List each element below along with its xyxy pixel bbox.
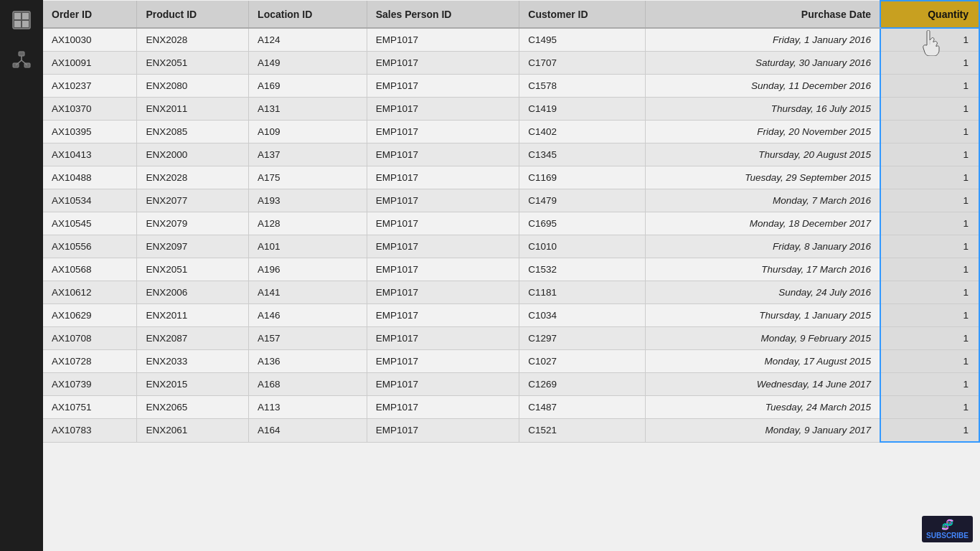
- location-id-cell: A101: [249, 235, 367, 258]
- product-id-cell: ENX2006: [137, 281, 249, 304]
- purchase-date-cell: Thursday, 1 January 2015: [646, 304, 880, 327]
- customer-id-cell: C1027: [519, 350, 646, 373]
- customer-id-cell: C1707: [519, 52, 646, 75]
- table-row[interactable]: AX10091ENX2051A149EMP1017C1707Saturday, …: [43, 52, 979, 75]
- sales-person-id-cell: EMP1017: [367, 419, 519, 443]
- svg-rect-2: [22, 13, 29, 19]
- product-id-cell: ENX2087: [137, 327, 249, 350]
- sales-person-id-cell: EMP1017: [367, 143, 519, 166]
- location-id-cell: A131: [249, 98, 367, 121]
- purchase-date-cell: Tuesday, 29 September 2015: [646, 166, 880, 189]
- product-id-cell: ENX2051: [137, 52, 249, 75]
- order-id-cell: AX10568: [43, 258, 137, 281]
- table-row[interactable]: AX10612ENX2006A141EMP1017C1181Sunday, 24…: [43, 281, 979, 304]
- sales-person-id-cell: EMP1017: [367, 212, 519, 235]
- quantity-cell: 1: [880, 396, 979, 419]
- subscribe-badge[interactable]: 🧬 SUBSCRIBE: [922, 516, 973, 542]
- sales-person-id-header[interactable]: Sales Person ID: [367, 1, 519, 28]
- order-id-cell: AX10728: [43, 350, 137, 373]
- table-row[interactable]: AX10568ENX2051A196EMP1017C1532Thursday, …: [43, 258, 979, 281]
- quantity-cell: 1: [880, 75, 979, 98]
- quantity-cell: 1: [880, 98, 979, 121]
- dna-icon: 🧬: [941, 519, 953, 530]
- table-row[interactable]: AX10708ENX2087A157EMP1017C1297Monday, 9 …: [43, 327, 979, 350]
- purchase-date-header[interactable]: Purchase Date: [646, 1, 880, 28]
- table-row[interactable]: AX10556ENX2097A101EMP1017C1010Friday, 8 …: [43, 235, 979, 258]
- location-id-cell: A196: [249, 258, 367, 281]
- purchase-date-cell: Thursday, 16 July 2015: [646, 98, 880, 121]
- orders-table: Order ID Product ID Location ID Sales Pe…: [43, 0, 980, 443]
- data-table-container[interactable]: Order ID Product ID Location ID Sales Pe…: [43, 0, 980, 551]
- quantity-cell: 1: [880, 189, 979, 212]
- table-row[interactable]: AX10739ENX2015A168EMP1017C1269Wednesday,…: [43, 373, 979, 396]
- order-id-header[interactable]: Order ID: [43, 1, 137, 28]
- table-row[interactable]: AX10413ENX2000A137EMP1017C1345Thursday, …: [43, 143, 979, 166]
- table-row[interactable]: AX10237ENX2080A169EMP1017C1578Sunday, 11…: [43, 75, 979, 98]
- calendar-icon[interactable]: [9, 7, 34, 33]
- quantity-header[interactable]: Quantity: [880, 1, 979, 28]
- location-id-header[interactable]: Location ID: [249, 1, 367, 28]
- quantity-cell: 1: [880, 281, 979, 304]
- purchase-date-cell: Friday, 1 January 2016: [646, 28, 880, 52]
- purchase-date-cell: Thursday, 17 March 2016: [646, 258, 880, 281]
- table-row[interactable]: AX10629ENX2011A146EMP1017C1034Thursday, …: [43, 304, 979, 327]
- location-id-cell: A109: [249, 121, 367, 143]
- location-id-cell: A169: [249, 75, 367, 98]
- sidebar: [0, 0, 43, 551]
- order-id-cell: AX10545: [43, 212, 137, 235]
- table-row[interactable]: AX10751ENX2065A113EMP1017C1487Tuesday, 2…: [43, 396, 979, 419]
- sales-person-id-cell: EMP1017: [367, 235, 519, 258]
- sales-person-id-cell: EMP1017: [367, 304, 519, 327]
- quantity-cell: 1: [880, 52, 979, 75]
- location-id-cell: A157: [249, 327, 367, 350]
- svg-rect-1: [14, 13, 21, 19]
- quantity-cell: 1: [880, 350, 979, 373]
- product-id-cell: ENX2011: [137, 304, 249, 327]
- product-id-cell: ENX2077: [137, 189, 249, 212]
- sales-person-id-cell: EMP1017: [367, 75, 519, 98]
- purchase-date-cell: Wednesday, 14 June 2017: [646, 373, 880, 396]
- product-id-header[interactable]: Product ID: [137, 1, 249, 28]
- quantity-cell: 1: [880, 327, 979, 350]
- sales-person-id-cell: EMP1017: [367, 281, 519, 304]
- customer-id-cell: C1695: [519, 212, 646, 235]
- sales-person-id-cell: EMP1017: [367, 350, 519, 373]
- product-id-cell: ENX2000: [137, 143, 249, 166]
- product-id-cell: ENX2085: [137, 121, 249, 143]
- table-row[interactable]: AX10030ENX2028A124EMP1017C1495Friday, 1 …: [43, 28, 979, 52]
- sales-person-id-cell: EMP1017: [367, 52, 519, 75]
- table-row[interactable]: AX10488ENX2028A175EMP1017C1169Tuesday, 2…: [43, 166, 979, 189]
- quantity-cell: 1: [880, 258, 979, 281]
- purchase-date-cell: Friday, 8 January 2016: [646, 235, 880, 258]
- table-row[interactable]: AX10370ENX2011A131EMP1017C1419Thursday, …: [43, 98, 979, 121]
- quantity-cell: 1: [880, 121, 979, 143]
- purchase-date-cell: Friday, 20 November 2015: [646, 121, 880, 143]
- quantity-cell: 1: [880, 28, 979, 52]
- customer-id-cell: C1479: [519, 189, 646, 212]
- customer-id-header[interactable]: Customer ID: [519, 1, 646, 28]
- table-row[interactable]: AX10395ENX2085A109EMP1017C1402Friday, 20…: [43, 121, 979, 143]
- customer-id-cell: C1578: [519, 75, 646, 98]
- customer-id-cell: C1487: [519, 396, 646, 419]
- quantity-cell: 1: [880, 419, 979, 443]
- customer-id-cell: C1169: [519, 166, 646, 189]
- order-id-cell: AX10751: [43, 396, 137, 419]
- order-id-cell: AX10413: [43, 143, 137, 166]
- table-row[interactable]: AX10534ENX2077A193EMP1017C1479Monday, 7 …: [43, 189, 979, 212]
- customer-id-cell: C1297: [519, 327, 646, 350]
- table-row[interactable]: AX10545ENX2079A128EMP1017C1695Monday, 18…: [43, 212, 979, 235]
- product-id-cell: ENX2028: [137, 28, 249, 52]
- order-id-cell: AX10030: [43, 28, 137, 52]
- table-row[interactable]: AX10783ENX2061A164EMP1017C1521Monday, 9 …: [43, 419, 979, 443]
- purchase-date-cell: Monday, 9 January 2017: [646, 419, 880, 443]
- quantity-cell: 1: [880, 166, 979, 189]
- product-id-cell: ENX2015: [137, 373, 249, 396]
- table-row[interactable]: AX10728ENX2033A136EMP1017C1027Monday, 17…: [43, 350, 979, 373]
- network-icon[interactable]: [9, 47, 34, 73]
- location-id-cell: A146: [249, 304, 367, 327]
- product-id-cell: ENX2028: [137, 166, 249, 189]
- quantity-cell: 1: [880, 143, 979, 166]
- order-id-cell: AX10739: [43, 373, 137, 396]
- customer-id-cell: C1181: [519, 281, 646, 304]
- quantity-cell: 1: [880, 304, 979, 327]
